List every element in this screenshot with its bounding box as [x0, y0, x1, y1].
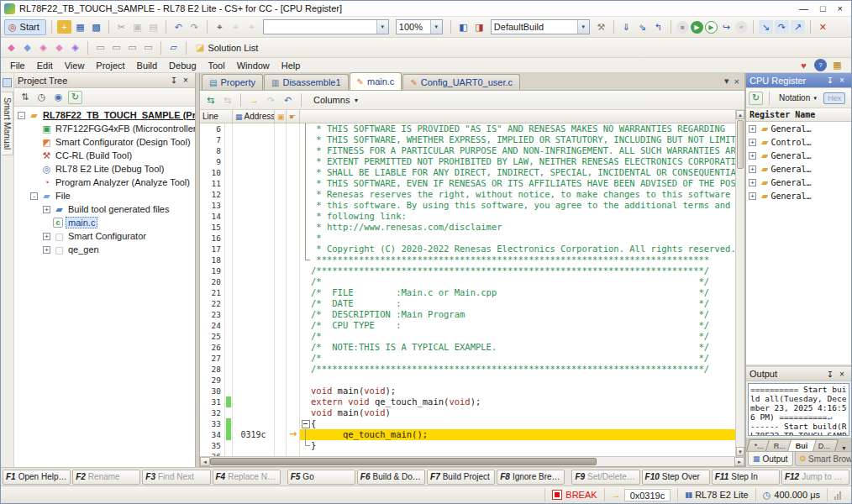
- pin-graph-icon[interactable]: ◈: [36, 41, 50, 55]
- code-line[interactable]: 8 * FITNESS FOR A PARTICULAR PURPOSE AND…: [200, 145, 735, 156]
- event-cell[interactable]: [275, 375, 287, 386]
- sort-icon[interactable]: ⇅: [18, 91, 32, 104]
- menu-build[interactable]: Build: [131, 60, 163, 71]
- event-cell[interactable]: [275, 342, 287, 353]
- cascade-windows-icon[interactable]: ▱: [166, 41, 181, 55]
- fold-margin[interactable]: [300, 211, 311, 222]
- fold-margin[interactable]: [300, 134, 311, 145]
- close-button[interactable]: ×: [838, 4, 843, 13]
- fkey-f9[interactable]: F9Set/Delete Bre...: [571, 470, 639, 485]
- build-download-icon[interactable]: ⇓: [619, 20, 634, 34]
- menu-tool[interactable]: Tool: [202, 60, 231, 71]
- disconnect-icon[interactable]: ✕: [816, 20, 830, 34]
- event-cell[interactable]: [275, 287, 287, 298]
- menu-debug[interactable]: Debug: [163, 60, 202, 71]
- solution-list-button[interactable]: ◪Solution List: [192, 39, 265, 55]
- window-3-icon[interactable]: ▭: [125, 41, 139, 55]
- refresh-icon[interactable]: ↻: [749, 92, 763, 105]
- step-return-icon[interactable]: ↗: [791, 20, 805, 34]
- code-line[interactable]: 23/* DESCRIPTION :Main Program */: [200, 309, 735, 320]
- minimize-button[interactable]: —: [799, 4, 808, 13]
- menu-help[interactable]: Help: [276, 60, 307, 71]
- expander-icon[interactable]: +: [43, 206, 50, 213]
- event-cell[interactable]: [275, 298, 287, 309]
- rebuild-icon[interactable]: ↰: [651, 20, 665, 34]
- search-combo[interactable]: ▼: [263, 19, 389, 34]
- code-line[interactable]: 19/*************************************…: [200, 265, 735, 276]
- fold-margin[interactable]: [300, 244, 311, 255]
- menu-window[interactable]: Window: [231, 60, 276, 71]
- fkey-f10[interactable]: F10Step Over: [642, 470, 710, 485]
- window-2-icon[interactable]: ▭: [109, 41, 124, 55]
- tree-item-build-tool-generated-files[interactable]: +▰Build tool generated files: [14, 202, 195, 216]
- fold-margin[interactable]: [300, 255, 311, 265]
- code-line[interactable]: 28/*************************************…: [200, 364, 735, 375]
- event-cell[interactable]: [275, 418, 287, 429]
- fkey-f2[interactable]: F2Rename: [72, 470, 140, 485]
- register-name-column-header[interactable]: Register Name: [746, 108, 851, 122]
- expander-icon[interactable]: +: [749, 192, 756, 200]
- expander-icon[interactable]: +: [43, 233, 50, 240]
- dock-tab-output[interactable]: ▦Output: [748, 452, 793, 466]
- event-cell[interactable]: [275, 331, 287, 342]
- restore-button[interactable]: □: [820, 4, 826, 13]
- event-cell[interactable]: [275, 167, 287, 178]
- menu-project[interactable]: Project: [90, 60, 130, 71]
- fkey-f1[interactable]: F1Open Help for...: [3, 470, 71, 485]
- window-4-icon[interactable]: ▭: [141, 41, 155, 55]
- event-cell[interactable]: [275, 222, 287, 233]
- pin-watch-icon[interactable]: ◆: [20, 41, 34, 55]
- tree-item-smart-configurator-design-tool[interactable]: ◩Smart Configurator (Design Tool): [14, 135, 195, 149]
- code-line[interactable]: 10 * SHALL BE LIABLE FOR ANY DIRECT, IND…: [200, 167, 735, 178]
- code-line[interactable]: 17 * Copyright (C) 2020-2022 Renesas Ele…: [200, 244, 735, 255]
- expander-icon[interactable]: +: [749, 165, 756, 173]
- step-in-icon[interactable]: ↘: [759, 20, 773, 34]
- hex-button[interactable]: Hex: [823, 92, 845, 104]
- package-icon[interactable]: ▦: [830, 59, 844, 72]
- code-area[interactable]: 6 * THIS SOFTWARE IS PROVIDED "AS IS" AN…: [200, 123, 735, 456]
- code-line[interactable]: 18 *************************************…: [200, 255, 735, 265]
- tree-item-r7f122fgg4xfb-microcontroller[interactable]: ▣R7F122FGG4xFB (Microcontroller): [14, 122, 195, 135]
- smart-manual-tab[interactable]: Smart Manual: [1, 73, 14, 467]
- code-line[interactable]: 7 * THIS SOFTWARE, WHETHER EXPRESS, IMPL…: [200, 134, 735, 145]
- pointer-column-header[interactable]: ☛: [287, 110, 300, 123]
- find-prev-icon[interactable]: ⌖: [245, 20, 259, 34]
- event-cell[interactable]: [275, 233, 287, 244]
- tree-item-main-c[interactable]: cmain.c: [14, 216, 195, 229]
- fkey-f11[interactable]: F11Step In: [712, 470, 780, 485]
- code-line[interactable]: 6 * THIS SOFTWARE IS PROVIDED "AS IS" AN…: [200, 123, 735, 134]
- step-pc-icon[interactable]: ↪: [719, 20, 734, 34]
- output-tab-bui[interactable]: Bui: [787, 439, 817, 451]
- register-row[interactable]: +▰Control…: [746, 135, 851, 149]
- expander-icon[interactable]: +: [749, 152, 756, 160]
- expander-icon[interactable]: +: [749, 179, 756, 186]
- fkey-f12[interactable]: F12Jump to Functio...: [781, 470, 849, 485]
- register-row[interactable]: +▰General…: [746, 176, 851, 189]
- code-line[interactable]: 27/* */: [200, 353, 735, 364]
- zoom-combo[interactable]: 100%▼: [396, 19, 443, 34]
- event-cell[interactable]: [275, 189, 287, 200]
- dropdown-arrow-icon[interactable]: ▼: [430, 20, 442, 34]
- expander-icon[interactable]: -: [18, 112, 25, 119]
- find-next-icon[interactable]: ⌖: [229, 20, 243, 34]
- scroll-down-icon[interactable]: ▼: [736, 447, 744, 456]
- find-icon[interactable]: ⌖: [213, 20, 227, 34]
- pin-memory-icon[interactable]: ◆: [52, 41, 66, 55]
- fold-margin[interactable]: [300, 418, 311, 429]
- history-icon[interactable]: ◷: [34, 91, 49, 104]
- tree-item-rl78f22-tb-touch-sample-project[interactable]: -▰RL78F22_TB_TOUCH_SAMPLE (Project)*: [14, 108, 195, 122]
- sync-source-icon[interactable]: ⇆: [203, 93, 218, 107]
- event-cell[interactable]: [275, 156, 287, 167]
- code-line[interactable]: 20/* */: [200, 276, 735, 287]
- event-cell[interactable]: [275, 134, 287, 145]
- horizontal-scrollbar[interactable]: ◄ ►: [200, 456, 744, 466]
- fold-margin[interactable]: [300, 123, 311, 134]
- pin-icon[interactable]: ↧: [824, 76, 836, 85]
- event-cell[interactable]: [275, 353, 287, 364]
- fkey-f4[interactable]: F4Replace Next: [213, 470, 281, 485]
- code-line[interactable]: 14 * following link:: [200, 211, 735, 222]
- menu-edit[interactable]: Edit: [31, 60, 59, 71]
- expander-icon[interactable]: +: [43, 246, 50, 254]
- event-cell[interactable]: [275, 309, 287, 320]
- event-cell[interactable]: [275, 244, 287, 255]
